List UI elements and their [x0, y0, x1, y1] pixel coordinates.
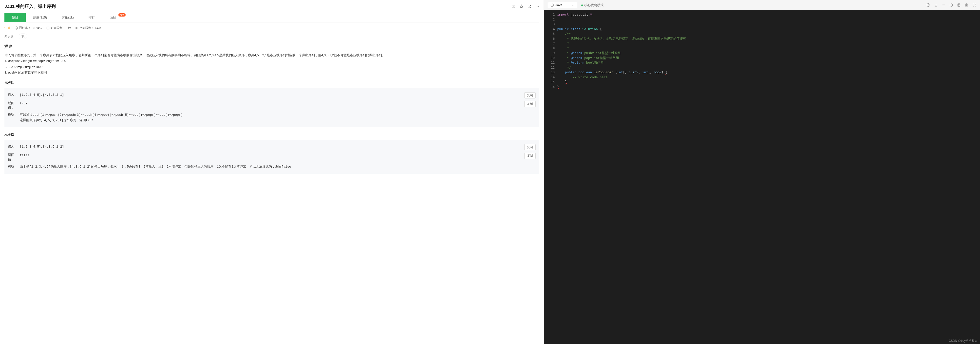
line-number: 9	[544, 51, 555, 56]
line-number: 2	[544, 17, 555, 22]
code-line: public boolean IsPopOrder (int[] pushV, …	[557, 70, 980, 75]
mode-indicator[interactable]: 核心代码模式	[581, 3, 603, 7]
svg-point-2	[537, 6, 538, 7]
passrate-value: 30.94%	[32, 26, 42, 30]
passrate-label: 通过率：	[19, 26, 31, 30]
list-icon[interactable]	[942, 3, 945, 7]
svg-marker-0	[520, 5, 523, 8]
clock-icon	[46, 26, 49, 30]
line-number: 5	[544, 31, 555, 36]
example-row: 说明：可以通过push(1)=>push(2)=>push(3)=>push(4…	[8, 111, 536, 124]
tab-item[interactable]: 题目	[5, 13, 25, 22]
line-number: 16	[544, 84, 555, 89]
tab-item[interactable]: 面经new	[102, 13, 124, 22]
line-number: 1	[544, 12, 555, 17]
passrate-item: 通过率： 30.94%	[15, 26, 42, 30]
refresh-icon[interactable]	[950, 3, 953, 7]
code-line	[557, 17, 980, 22]
example-label: 输入：	[8, 92, 20, 97]
star-icon[interactable]	[519, 5, 523, 8]
edit-icon[interactable]	[511, 5, 515, 8]
download-icon[interactable]	[934, 3, 938, 7]
tab-item[interactable]: 排行	[81, 13, 102, 22]
code-line: *	[557, 41, 980, 46]
svg-rect-6	[76, 27, 78, 29]
mode-dot-icon	[581, 5, 583, 6]
fullscreen-icon[interactable]	[972, 3, 976, 7]
example-row: 说明：由于是[1,2,3,4,5]的压入顺序，[4,3,5,1,2]的弹出顺序，…	[8, 163, 536, 171]
difficulty-badge: 中等	[5, 26, 10, 30]
example-row: 返回值：false复制	[8, 151, 536, 163]
code-line: /**	[557, 31, 980, 36]
example-value: [1,2,3,4,5],[4,5,3,2,1]	[20, 92, 524, 98]
tab-bar: 题目题解(315)讨论(1k)排行面经new	[5, 13, 539, 22]
timelimit-label: 时间限制：	[51, 26, 65, 30]
timelimit-item: 时间限制： 1秒	[46, 26, 71, 30]
code-line: * @return bool布尔型	[557, 60, 980, 65]
example-value: 可以通过push(1)=>push(2)=>push(3)=>push(4)=>…	[20, 112, 536, 123]
line-number: 11	[544, 60, 555, 65]
problem-title: JZ31 栈的压入、弹出序列	[5, 3, 56, 10]
more-icon[interactable]	[535, 5, 539, 8]
info-icon	[550, 3, 554, 7]
new-badge: new	[118, 13, 125, 16]
line-number: 15	[544, 80, 555, 84]
example-value: false	[20, 153, 524, 158]
example-value: 由于是[1,2,3,4,5]的压入顺序，[4,3,5,1,2]的弹出顺序，要求4…	[20, 164, 536, 170]
code-line: public class Solution {	[557, 27, 980, 32]
share-icon[interactable]	[527, 5, 531, 8]
meta-row: 中等 通过率： 30.94% 时间限制： 1秒 空间限制： 64M	[5, 26, 539, 30]
notes-icon[interactable]	[957, 3, 961, 7]
code-area[interactable]: import java.util.*;public class Solution…	[557, 10, 980, 344]
line-gutter: 12345678910111213141516	[544, 10, 557, 344]
line-number: 6	[544, 36, 555, 41]
toolbar-right	[926, 3, 976, 7]
copy-button[interactable]: 复制	[524, 92, 536, 99]
svg-point-10	[966, 5, 967, 6]
editor-toolbar: Java 核心代码模式	[544, 0, 980, 10]
line-number: 10	[544, 56, 555, 61]
line-number: 7	[544, 41, 555, 46]
watermark: CSDN @boy快快长大	[949, 339, 978, 343]
spacelimit-item: 空间限制： 64M	[75, 26, 101, 30]
memory-icon	[75, 26, 78, 30]
code-line: *	[557, 46, 980, 51]
mode-label: 核心代码模式	[584, 3, 603, 7]
code-line: * 代码中的类名、方法名、参数名已经指定，请勿修改，直接返回方法规定的值即可	[557, 36, 980, 41]
example-block: 输入：[1,2,3,4,5],[4,3,5,1,2]复制返回值：false复制说…	[5, 140, 539, 174]
language-select[interactable]: Java	[548, 2, 578, 8]
title-actions	[511, 5, 539, 8]
code-line: * @param pushV int整型一维数组	[557, 51, 980, 56]
spacelimit-label: 空间限制：	[80, 26, 94, 30]
code-line: }	[557, 80, 980, 84]
example-row: 输入：[1,2,3,4,5],[4,5,3,2,1]复制	[8, 91, 536, 100]
language-label: Java	[555, 3, 562, 7]
help-icon[interactable]	[926, 3, 930, 7]
description-text: 输入两个整数序列，第一个序列表示栈的压入顺序，请判断第二个序列是否可能为该栈的弹…	[5, 52, 539, 75]
tab-item[interactable]: 题解(315)	[25, 13, 54, 22]
copy-button[interactable]: 复制	[524, 101, 536, 107]
line-number: 3	[544, 22, 555, 27]
timelimit-value: 1秒	[66, 26, 71, 30]
example-label: 说明：	[8, 164, 20, 169]
svg-point-4	[15, 27, 18, 29]
example-heading: 示例2	[5, 132, 539, 137]
example-label: 返回值：	[8, 153, 20, 162]
copy-button[interactable]: 复制	[524, 153, 536, 159]
example-label: 返回值：	[8, 101, 20, 110]
example-block: 输入：[1,2,3,4,5],[4,5,3,2,1]复制返回值：true复制说明…	[5, 88, 539, 127]
example-row: 输入：[1,2,3,4,5],[4,3,5,1,2]复制	[8, 143, 536, 151]
code-editor[interactable]: 12345678910111213141516 import java.util…	[544, 10, 980, 344]
tab-item[interactable]: 讨论(1k)	[54, 13, 81, 22]
editor-panel: Java 核心代码模式 123456789101112131	[544, 0, 980, 344]
settings-icon[interactable]	[965, 3, 969, 7]
example-value: true	[20, 101, 524, 107]
code-line	[557, 22, 980, 27]
code-line: */	[557, 65, 980, 70]
copy-button[interactable]: 复制	[524, 144, 536, 150]
knowledge-tag[interactable]: 栈	[19, 33, 27, 39]
svg-point-1	[536, 6, 536, 7]
problem-panel: JZ31 栈的压入、弹出序列 题目题解(315)讨论(1k)排行面经new 中等…	[0, 0, 544, 344]
description-heading: 描述	[5, 44, 539, 49]
check-icon	[15, 26, 18, 30]
